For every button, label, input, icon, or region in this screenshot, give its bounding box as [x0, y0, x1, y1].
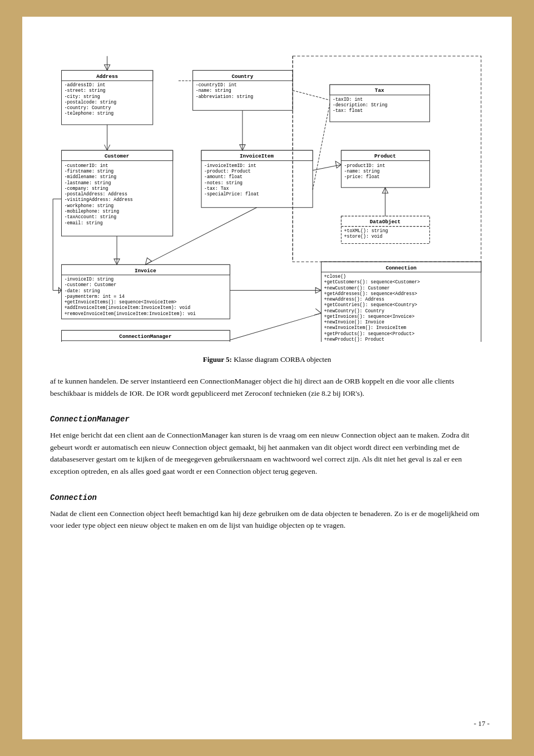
svg-text:-postalAddress: Address: -postalAddress: Address: [65, 192, 127, 197]
svg-text:-product: Product: -product: Product: [204, 169, 251, 174]
svg-text:+removeInvoiceItem(invoiceItem: +removeInvoiceItem(invoiceItem:InvoiceIt…: [65, 311, 196, 316]
svg-text:+newProduct(): Product: +newProduct(): Product: [324, 337, 384, 342]
svg-text:+toXML(): string: +toXML(): string: [344, 228, 388, 233]
svg-text:-company: string: -company: string: [65, 186, 108, 191]
paragraph-connection: Nadat de client een Connection object he…: [50, 508, 484, 532]
svg-text:-name: string: -name: string: [196, 88, 231, 93]
svg-text:+getInvoices(): sequence<Invoi: +getInvoices(): sequence<Invoice>: [324, 314, 415, 319]
svg-text:-telephone: string: -telephone: string: [65, 111, 114, 116]
svg-text:+newInvoiceItem(): InvoiceItem: +newInvoiceItem(): InvoiceItem: [324, 325, 407, 330]
svg-text:-invoiceID: string: -invoiceID: string: [65, 277, 114, 282]
svg-text:Customer: Customer: [105, 153, 129, 159]
svg-text:-customer: Customer: -customer: Customer: [65, 282, 117, 287]
svg-text:-street: string: -street: string: [65, 88, 106, 93]
svg-text:-price: float: -price: float: [344, 174, 380, 179]
svg-text:-notes: string: -notes: string: [204, 180, 243, 185]
svg-text:+store(): void: +store(): void: [344, 234, 383, 239]
svg-text:-addressID: int: -addressID: int: [65, 82, 106, 87]
uml-diagram-svg: Address -addressID: int -street: string …: [50, 39, 484, 342]
section-heading-connectionmanager: ConnectionManager: [50, 415, 484, 424]
svg-text:+newAddress(): Address: +newAddress(): Address: [324, 297, 384, 302]
svg-text:-city: string: -city: string: [65, 94, 100, 99]
svg-text:-invoiceItemID: int: -invoiceItemID: int: [204, 163, 256, 168]
svg-text:-description: String: -description: String: [333, 102, 388, 107]
paragraph-1: af te kunnen handelen. De server instant…: [50, 375, 484, 399]
svg-text:+newInvoice(): Invoice: +newInvoice(): Invoice: [324, 320, 384, 325]
section-heading-connection: Connection: [50, 493, 484, 502]
svg-text:-abbreviation: string: -abbreviation: string: [196, 94, 253, 99]
svg-line-85: [293, 90, 330, 100]
svg-text:+newCountry(): Country: +newCountry(): Country: [324, 308, 384, 313]
svg-text:+getCustomers(): sequence<Cust: +getCustomers(): sequence<Customer>: [324, 279, 420, 284]
svg-text:-workphone: string: -workphone: string: [65, 203, 114, 208]
svg-text:+getCountries(): sequence<Coun: +getCountries(): sequence<Country>: [324, 302, 417, 307]
figure-label: Figuur 5:: [203, 355, 232, 364]
svg-text:-middlename: string: -middlename: string: [65, 174, 117, 179]
svg-text:+addInvoiceItem(invoiceItem:In: +addInvoiceItem(invoiceItem:InvoiceItem)…: [65, 305, 191, 310]
svg-text:-tax: float: -tax: float: [333, 108, 363, 113]
svg-text:+getInvoiceItems(): sequence<I: +getInvoiceItems(): sequence<InvoiceItem…: [65, 300, 177, 305]
class-diagram: Address -addressID: int -street: string …: [50, 39, 484, 344]
svg-text:DataObject: DataObject: [370, 219, 400, 225]
svg-text:-paymentterm: int = 14: -paymentterm: int = 14: [65, 294, 125, 299]
figure-text: Klasse diagram CORBA objecten: [234, 355, 331, 364]
svg-text:-date: string: -date: string: [65, 288, 100, 293]
svg-text:-name: string: -name: string: [344, 169, 380, 174]
svg-text:Product: Product: [374, 153, 396, 159]
page-number: - 17 -: [474, 719, 490, 728]
svg-text:Connection: Connection: [386, 265, 417, 271]
svg-text:-visitingAddress: Address: -visitingAddress: Address: [65, 197, 133, 202]
svg-text:InvoiceItem: InvoiceItem: [240, 153, 274, 159]
svg-marker-104: [145, 258, 151, 264]
svg-line-91: [105, 145, 107, 150]
svg-line-110: [313, 104, 330, 190]
svg-text:Country: Country: [232, 73, 254, 80]
paragraph-connectionmanager: Het enige bericht dat een client aan de …: [50, 429, 484, 477]
svg-text:Address: Address: [96, 73, 118, 80]
svg-text:Tax: Tax: [375, 87, 384, 94]
svg-text:-taxAccount: string: -taxAccount: string: [65, 214, 117, 219]
svg-line-109: [230, 313, 321, 340]
svg-text:-amount: float: -amount: float: [204, 174, 243, 179]
svg-text:Invoice: Invoice: [135, 268, 156, 274]
svg-text:+getAddresses(): sequence<Addr: +getAddresses(): sequence<Address>: [324, 291, 417, 296]
svg-text:-countryID: int: -countryID: int: [196, 82, 237, 87]
svg-text:-postalcode: string: -postalcode: string: [65, 100, 117, 105]
svg-text:-productID: int: -productID: int: [344, 163, 385, 168]
svg-text:-email: string: -email: string: [65, 220, 103, 225]
svg-text:-mobilephone: string: -mobilephone: string: [65, 209, 120, 214]
svg-line-92: [107, 145, 110, 150]
svg-text:-country: Country: -country: Country: [65, 105, 111, 110]
svg-text:-taxID: int: -taxID: int: [333, 97, 363, 102]
svg-text:-specialPrice: float: -specialPrice: float: [204, 192, 259, 197]
svg-text:-firstname: string: -firstname: string: [65, 169, 114, 174]
figure-caption: Figuur 5: Klasse diagram CORBA objecten: [50, 355, 484, 364]
svg-text:+newCustomer(): Customer: +newCustomer(): Customer: [324, 286, 390, 291]
svg-text:-lastname: string: -lastname: string: [65, 180, 111, 185]
svg-text:-customerID: int: -customerID: int: [65, 163, 108, 168]
svg-text:+getProducts(): sequence<Produ: +getProducts(): sequence<Product>: [324, 331, 415, 336]
svg-text:+close(): +close(): [324, 274, 346, 279]
svg-text:-tax: Tax: -tax: Tax: [204, 186, 229, 191]
svg-text:ConnectionManager: ConnectionManager: [119, 333, 171, 340]
